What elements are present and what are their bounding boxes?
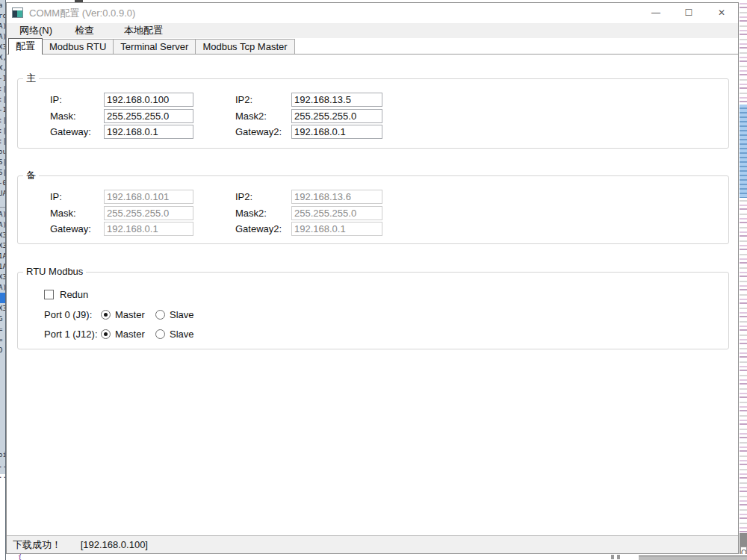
primary-ip2-input[interactable] — [291, 93, 382, 107]
port0-master-label: Master — [115, 308, 145, 322]
menu-item-network[interactable]: 网络(N) — [11, 23, 61, 38]
titlebar[interactable]: COMM配置 (Ver:0.0.9.0) — ☐ ✕ — [7, 3, 738, 23]
background-right-selection — [740, 105, 747, 198]
backup-ip2-input — [291, 190, 382, 204]
port0-slave-radio[interactable] — [155, 310, 165, 320]
background-code-text: a ro A) A) X3 X, X, -1 :| :| -1 :| :| :|… — [0, 0, 5, 481]
ip2-label: IP2: — [235, 93, 252, 107]
tab-config[interactable]: 配置 — [8, 38, 43, 55]
background-editor-left-strip: a ro A) A) X3 X, X, -1 :| :| -1 :| :| :|… — [0, 0, 6, 560]
primary-mask-input[interactable] — [104, 109, 193, 123]
status-ip-detail: [192.168.0.100] — [81, 539, 148, 550]
backup-mask2-input — [291, 206, 382, 220]
window-controls: — ☐ ✕ — [639, 3, 738, 23]
status-message: 下载成功！ — [13, 539, 61, 550]
background-editor-right-strip — [740, 0, 747, 560]
menu-item-check[interactable]: 检查 — [66, 23, 102, 38]
close-button[interactable]: ✕ — [705, 3, 738, 23]
backup-ip-input — [104, 190, 193, 204]
ip-label: IP: — [50, 93, 62, 107]
primary-gateway2-input[interactable] — [291, 125, 382, 139]
group-primary-title: 主 — [23, 72, 39, 84]
port1-slave-radio[interactable] — [155, 329, 165, 339]
status-bar: 下载成功！ [192.168.0.100] — [7, 535, 738, 553]
gateway-label: Gateway: — [50, 222, 91, 236]
mask-label: Mask: — [50, 109, 76, 123]
backup-mask-input — [104, 206, 193, 220]
group-backup: 备 IP: Mask: Gateway: IP2: Mask2: Gateway… — [17, 175, 729, 244]
gateway-label: Gateway: — [50, 125, 91, 139]
group-rtu-modbus: RTU Modbus Redun Port 0 (J9): Master Sla… — [17, 272, 729, 349]
tab-terminal-server[interactable]: Terminal Server — [113, 39, 196, 54]
backup-gateway2-input — [291, 222, 382, 236]
gateway2-label: Gateway2: — [235, 125, 282, 139]
maximize-button[interactable]: ☐ — [672, 3, 705, 23]
minimize-button[interactable]: — — [639, 3, 672, 23]
backup-gateway-input — [104, 222, 193, 236]
config-tab-page: 主 IP: Mask: Gateway: IP2: Mask2: Gateway… — [7, 54, 738, 535]
mask-label: Mask: — [50, 206, 76, 220]
tab-modbus-tcp-master[interactable]: Modbus Tcp Master — [195, 39, 294, 54]
redun-label: Redun — [60, 287, 88, 302]
port0-slave-label: Slave — [170, 308, 194, 322]
primary-gateway-input[interactable] — [104, 125, 193, 139]
ip2-label: IP2: — [235, 190, 252, 204]
ip-label: IP: — [50, 190, 62, 204]
app-icon — [12, 7, 23, 18]
tab-modbus-rtu[interactable]: Modbus RTU — [42, 39, 114, 54]
background-selection-highlight — [0, 293, 6, 303]
window-title: COMM配置 (Ver:0.0.9.0) — [29, 3, 135, 23]
primary-mask2-input[interactable] — [291, 109, 382, 123]
port1-label: Port 1 (J12): — [44, 327, 98, 341]
background-bottom-ticks — [611, 555, 614, 559]
port1-master-label: Master — [115, 327, 145, 341]
comm-config-window: COMM配置 (Ver:0.0.9.0) — ☐ ✕ 网络(N) 检查 本地配置… — [6, 2, 739, 554]
mask2-label: Mask2: — [235, 206, 267, 220]
mask2-label: Mask2: — [235, 109, 267, 123]
group-primary: 主 IP: Mask: Gateway: IP2: Mask2: Gateway… — [17, 78, 729, 149]
background-bottom-strip: { — [6, 554, 747, 560]
group-rtu-title: RTU Modbus — [23, 266, 86, 278]
primary-ip-input[interactable] — [104, 93, 193, 107]
group-backup-title: 备 — [23, 169, 39, 181]
menu-item-local-config[interactable]: 本地配置 — [116, 23, 171, 38]
gateway2-label: Gateway2: — [235, 222, 282, 236]
port1-slave-label: Slave — [170, 327, 194, 341]
redun-checkbox[interactable] — [44, 290, 54, 299]
port0-master-radio[interactable] — [101, 310, 111, 320]
port1-master-radio[interactable] — [101, 329, 111, 339]
menu-bar: 网络(N) 检查 本地配置 — [7, 23, 738, 38]
tab-strip: 配置 Modbus RTU Terminal Server Modbus Tcp… — [7, 38, 738, 54]
port0-label: Port 0 (J9): — [44, 308, 92, 322]
background-scrollbar — [639, 556, 747, 560]
